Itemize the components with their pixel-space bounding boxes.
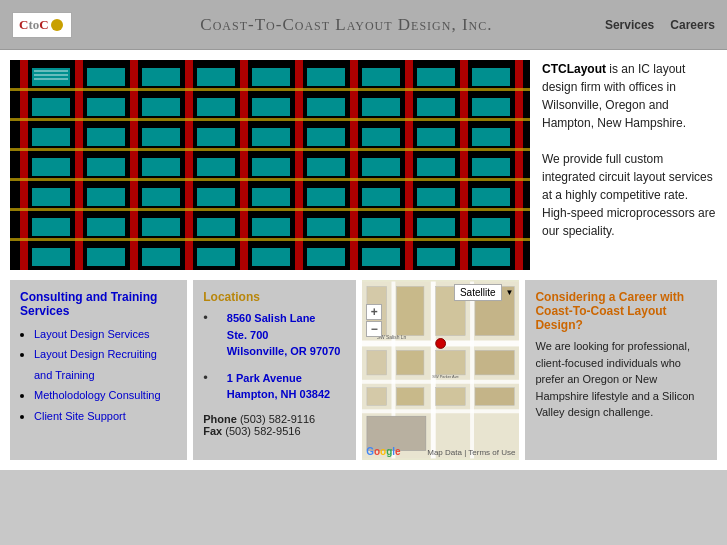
svg-rect-88 <box>34 78 68 80</box>
svg-rect-20 <box>10 178 530 181</box>
svg-rect-41 <box>142 188 180 206</box>
svg-rect-24 <box>32 98 70 116</box>
nav-services-link[interactable]: Services <box>605 18 654 32</box>
address1-text: 8560 Salish Lane Ste. 700 Wilsonville, O… <box>227 310 341 360</box>
svg-rect-61 <box>307 158 345 176</box>
map-panel: SW Salish Ln SW Parker Ave Satellite ▼ +… <box>362 280 519 460</box>
svg-rect-25 <box>32 128 70 146</box>
hero-image <box>10 60 530 270</box>
svg-rect-64 <box>307 248 345 266</box>
svg-rect-34 <box>87 188 125 206</box>
svg-text:SW Parker Ave: SW Parker Ave <box>432 374 459 379</box>
svg-rect-104 <box>367 388 387 406</box>
svg-rect-42 <box>142 218 180 236</box>
career-panel: Considering a Career with Coast-To-Coast… <box>525 280 717 460</box>
svg-rect-91 <box>362 380 519 384</box>
consulting-link-1[interactable]: Layout Design Services <box>34 328 150 340</box>
address1: 8560 Salish Lane Ste. 700 Wilsonville, O… <box>203 310 346 366</box>
brand-name: CTCLayout <box>542 62 606 76</box>
svg-rect-103 <box>475 350 514 375</box>
career-heading: Considering a Career with Coast-To-Coast… <box>535 290 707 332</box>
list-item: Layout Design Recruiting and Training <box>34 344 177 385</box>
svg-rect-48 <box>197 188 235 206</box>
svg-rect-26 <box>32 158 70 176</box>
svg-rect-86 <box>34 70 68 72</box>
svg-rect-27 <box>32 188 70 206</box>
svg-rect-94 <box>470 282 474 459</box>
svg-rect-77 <box>417 218 455 236</box>
svg-rect-55 <box>252 188 290 206</box>
svg-rect-37 <box>142 68 180 86</box>
svg-rect-52 <box>252 98 290 116</box>
logo: CtoC <box>12 12 72 38</box>
svg-rect-32 <box>87 128 125 146</box>
svg-rect-100 <box>367 350 387 375</box>
svg-rect-79 <box>472 68 510 86</box>
hero-section: CTCLayout is an IC layout design firm wi… <box>10 60 717 270</box>
svg-rect-105 <box>397 388 425 406</box>
address2: 1 Park Avenue Hampton, NH 03842 <box>203 370 346 409</box>
svg-rect-57 <box>252 248 290 266</box>
svg-rect-18 <box>10 118 530 121</box>
svg-rect-67 <box>362 128 400 146</box>
hero-description: CTCLayout is an IC layout design firm wi… <box>542 60 717 270</box>
addr1-line1: 8560 Salish Lane <box>227 312 316 324</box>
list-item: Client Site Support <box>34 406 177 426</box>
svg-rect-63 <box>307 218 345 236</box>
terms-label: Terms of Use <box>468 448 515 457</box>
consulting-link-2[interactable]: Layout Design Recruiting and Training <box>34 348 157 380</box>
svg-rect-65 <box>362 68 400 86</box>
addr1-line3: Wilsonville, OR 97070 <box>227 345 341 357</box>
zoom-out-button[interactable]: − <box>366 321 382 337</box>
main-content: CTCLayout is an IC layout design firm wi… <box>0 50 727 470</box>
addr1-line2: Ste. 700 <box>227 329 269 341</box>
svg-rect-21 <box>10 208 530 211</box>
svg-rect-74 <box>417 128 455 146</box>
map-container: SW Salish Ln SW Parker Ave Satellite ▼ +… <box>362 280 519 460</box>
svg-rect-33 <box>87 158 125 176</box>
site-title: Coast-To-Coast Layout Design, Inc. <box>88 15 605 35</box>
consulting-panel: Consulting and Training Services Layout … <box>10 280 187 460</box>
addr2-line2: Hampton, NH 03842 <box>227 388 330 400</box>
svg-rect-39 <box>142 128 180 146</box>
svg-rect-19 <box>10 148 530 151</box>
svg-rect-66 <box>362 98 400 116</box>
consulting-heading: Consulting and Training Services <box>20 290 177 318</box>
list-item: Metholodology Consulting <box>34 385 177 405</box>
header: CtoC Coast-To-Coast Layout Design, Inc. … <box>0 0 727 50</box>
svg-rect-47 <box>197 158 235 176</box>
svg-rect-93 <box>431 282 436 459</box>
svg-rect-92 <box>362 409 519 413</box>
svg-rect-40 <box>142 158 180 176</box>
svg-rect-51 <box>252 68 290 86</box>
fax-number: (503) 582-9516 <box>225 425 300 437</box>
svg-rect-35 <box>87 218 125 236</box>
address2-text: 1 Park Avenue Hampton, NH 03842 <box>227 370 330 403</box>
svg-rect-70 <box>362 218 400 236</box>
svg-rect-53 <box>252 128 290 146</box>
svg-rect-29 <box>32 248 70 266</box>
zoom-in-button[interactable]: + <box>366 304 382 320</box>
consulting-links-list: Layout Design Services Layout Design Rec… <box>34 324 177 426</box>
dropdown-icon: ▼ <box>506 288 514 297</box>
svg-rect-84 <box>472 218 510 236</box>
svg-rect-22 <box>10 238 530 241</box>
svg-rect-72 <box>417 68 455 86</box>
svg-rect-31 <box>87 98 125 116</box>
main-nav: Services Careers <box>605 18 715 32</box>
satellite-button[interactable]: Satellite <box>454 284 502 301</box>
career-text: We are looking for professional, client-… <box>535 338 707 421</box>
svg-rect-76 <box>417 188 455 206</box>
map-controls: Satellite ▼ <box>454 284 514 301</box>
svg-rect-87 <box>34 74 68 76</box>
addr2-line1: 1 Park Avenue <box>227 372 302 384</box>
svg-rect-68 <box>362 158 400 176</box>
locations-panel: Locations 8560 Salish Lane Ste. 700 Wils… <box>193 280 356 460</box>
svg-rect-101 <box>397 350 425 375</box>
nav-careers-link[interactable]: Careers <box>670 18 715 32</box>
google-logo: Google <box>366 446 400 457</box>
consulting-link-4[interactable]: Client Site Support <box>34 410 126 422</box>
consulting-link-3[interactable]: Metholodology Consulting <box>34 389 161 401</box>
svg-rect-71 <box>362 248 400 266</box>
fax-label: Fax <box>203 425 222 437</box>
